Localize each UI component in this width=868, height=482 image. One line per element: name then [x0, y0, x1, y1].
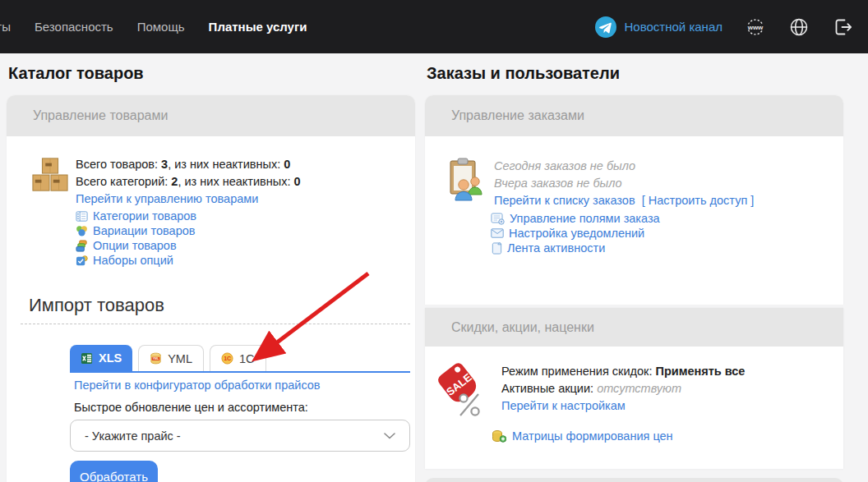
product-stats-row: Всего товаров: 3, из них неактивных: 0 В… — [7, 136, 415, 268]
orders-list-link[interactable]: Перейти к списку заказов — [494, 194, 635, 207]
globe-icon[interactable] — [788, 16, 810, 38]
options-icon — [76, 240, 88, 252]
nav-item-paid-services[interactable]: Платные услуги — [209, 20, 307, 34]
orders-body: Сегодня заказов не было Вчера заказов не… — [425, 136, 843, 255]
option-sets-link-row[interactable]: Наборы опций — [76, 253, 301, 268]
activity-feed-link[interactable]: Лента активности — [507, 241, 605, 255]
stat-products: Всего товаров: 3, из них неактивных: 0 — [76, 156, 301, 173]
stat-products-label2: , из них неактивных: — [168, 158, 284, 171]
active-promos-value: отсутствуют — [597, 382, 681, 395]
orders-title: Заказы и пользователи — [427, 64, 843, 83]
active-promos-line: Активные акции: отсутствуют — [501, 380, 745, 397]
tab-1c-label: 1C — [239, 352, 255, 365]
product-stats-text: Всего товаров: 3, из них неактивных: 0 В… — [76, 156, 301, 268]
price-select[interactable]: - Укажите прайс - — [70, 420, 410, 452]
notifications-link-row[interactable]: Настройка уведомлений — [491, 226, 754, 241]
product-management-card-header: Управление товарами — [7, 95, 415, 136]
stat-categories-label2: , из них неактивных: — [178, 175, 293, 188]
discount-mode-line: Режим применения скидок: Применять все — [501, 363, 745, 380]
stat-products-value: 3 — [161, 158, 168, 171]
active-promos-label: Активные акции: — [501, 382, 597, 395]
top-navbar: трументы Безопасность Помощь Платные усл… — [0, 0, 868, 53]
activity-feed-link-row[interactable]: Лента активности — [491, 241, 754, 255]
orders-column: Заказы и пользователи Управление заказам… — [425, 62, 843, 469]
tab-xls[interactable]: XLS — [70, 345, 132, 371]
access-settings-link[interactable]: [ Настроить доступ ] — [642, 194, 755, 207]
import-heading: Импорт товаров — [29, 295, 415, 316]
nav-item-tools[interactable]: трументы — [0, 20, 11, 34]
option-sets-icon — [76, 255, 88, 267]
quick-update-label: Быстрое обновление цен и ассортимента: — [74, 401, 415, 414]
clipboard-users-icon — [444, 158, 487, 204]
tab-yml-label: YML — [168, 352, 192, 365]
yml-icon: YML — [150, 352, 162, 365]
nav-item-security[interactable]: Безопасность — [35, 20, 113, 34]
stat-categories-value2: 0 — [293, 175, 300, 188]
tab-yml[interactable]: YML YML — [138, 345, 204, 371]
price-configurator-link[interactable]: Перейти в конфигуратор обработки прайсов — [74, 379, 321, 392]
telegram-icon — [595, 16, 616, 38]
orders-links-line: Перейти к списку заказов [ Настроить дос… — [494, 192, 754, 209]
discount-mode-label: Режим применения скидок: — [501, 365, 655, 378]
catalog-title: Каталог товаров — [8, 64, 415, 83]
manage-products-link[interactable]: Перейти к управлению товарами — [76, 192, 258, 205]
product-management-card: Управление товарами Всего товаров: 3, из… — [7, 95, 415, 482]
discount-settings-line: Перейти к настройкам — [501, 397, 745, 415]
tab-xls-label: XLS — [99, 351, 122, 365]
svg-text:1С: 1С — [224, 356, 231, 361]
news-channel-label: Новостной канал — [625, 20, 723, 34]
order-management-card-header: Управление заказами — [425, 95, 843, 136]
discount-settings-link[interactable]: Перейти к настройкам — [501, 399, 626, 412]
svg-text:YML: YML — [153, 357, 159, 360]
nav-menu: трументы Безопасность Помощь Платные усл… — [0, 20, 307, 34]
dashed-separator — [21, 324, 410, 324]
logout-icon[interactable] — [832, 16, 853, 38]
stat-products-value2: 0 — [284, 158, 290, 171]
onec-icon: 1С — [221, 352, 233, 365]
discounts-card: Скидки, акции, наценки SALE Режим примен… — [425, 308, 843, 469]
categories-icon — [76, 210, 88, 223]
orders-text: Сегодня заказов не было Вчера заказов не… — [494, 158, 754, 255]
chevron-down-icon — [384, 433, 395, 439]
sale-tag-icon: SALE — [436, 360, 492, 419]
excel-icon — [81, 352, 93, 365]
price-matrix-line[interactable]: Матрицы формирования цен — [492, 429, 843, 443]
import-tabs: XLS YML YML 1С 1C — [70, 345, 410, 371]
next-card-header-peek — [425, 478, 843, 482]
stat-categories: Всего категорий: 2, из них неактивных: 0 — [76, 173, 301, 191]
manage-products-line: Перейти к управлению товарами — [76, 191, 301, 208]
discounts-card-header: Скидки, акции, наценки — [425, 308, 843, 347]
news-channel-link[interactable]: Новостной канал — [595, 16, 723, 38]
www-globe-icon[interactable]: www — [745, 16, 766, 38]
discount-mode-value: Применять все — [655, 365, 745, 378]
orders-yesterday-status: Вчера заказов не было — [494, 175, 754, 192]
stat-categories-label: Всего категорий: — [76, 175, 171, 188]
nav-right-cluster: Новостной канал www — [595, 16, 853, 38]
stat-products-label: Всего товаров: — [76, 158, 161, 171]
discounts-text: Режим применения скидок: Применять все А… — [501, 363, 745, 419]
discounts-body: SALE Режим применения скидок: Применять … — [425, 347, 843, 419]
notifications-link[interactable]: Настройка уведомлений — [509, 227, 644, 240]
categories-link-row[interactable]: Категории товаров — [76, 209, 301, 223]
tab-1c[interactable]: 1С 1C — [210, 345, 266, 371]
order-fields-link-row[interactable]: Управление полями заказа — [491, 211, 754, 226]
import-tabs-wrap: XLS YML YML 1С 1C — [70, 345, 410, 373]
nav-item-help[interactable]: Помощь — [137, 20, 185, 34]
orders-today-status: Сегодня заказов не было — [494, 158, 754, 175]
svg-text:www: www — [747, 24, 764, 31]
price-select-value: - Укажите прайс - — [85, 429, 181, 443]
price-matrix-icon — [492, 429, 506, 443]
option-sets-link[interactable]: Наборы опций — [93, 252, 173, 269]
catalog-column: Каталог товаров Управление товарами Всег… — [7, 62, 415, 482]
order-fields-link[interactable]: Управление полями заказа — [510, 212, 660, 225]
price-matrix-link[interactable]: Матрицы формирования цен — [512, 429, 673, 443]
options-link-row[interactable]: Опции товаров — [76, 238, 301, 253]
order-management-card: Управление заказами Сегодня заказов не б… — [425, 95, 843, 305]
boxes-icon — [31, 156, 69, 194]
variations-link-row[interactable]: Вариации товаров — [76, 223, 301, 238]
variations-icon — [76, 225, 88, 237]
process-button[interactable]: Обработать — [70, 461, 158, 482]
notifications-icon — [491, 228, 504, 238]
order-fields-icon — [491, 213, 505, 225]
orders-mini-links: Управление полями заказа Настройка уведо… — [491, 211, 754, 255]
